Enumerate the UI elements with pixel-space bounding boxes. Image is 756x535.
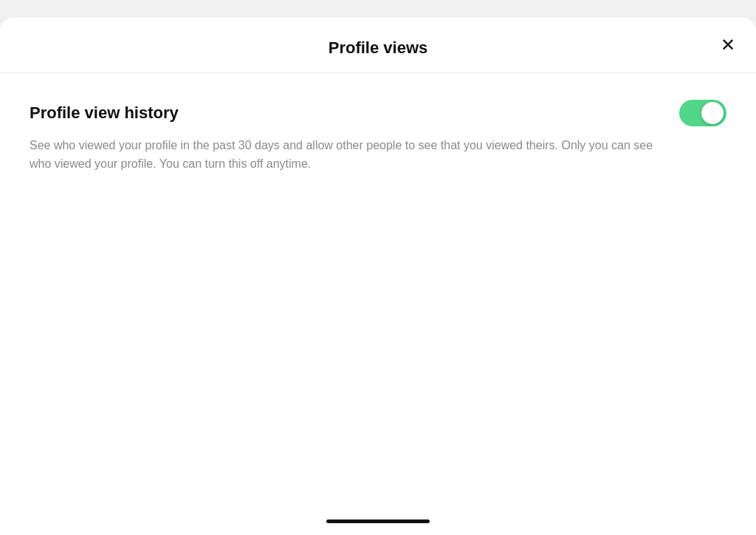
close-icon: ✕ <box>721 36 735 54</box>
setting-row: Profile view history <box>30 100 726 126</box>
modal-title: Profile views <box>329 38 428 58</box>
toggle-container <box>679 100 726 126</box>
profile-view-history-toggle[interactable] <box>679 100 726 126</box>
modal-header: Profile views ✕ <box>0 18 756 73</box>
modal-body: Profile view history See who viewed your… <box>0 73 756 519</box>
setting-description: See who viewed your profile in the past … <box>30 137 664 174</box>
close-button[interactable]: ✕ <box>718 33 738 57</box>
modal-container: Profile views ✕ Profile view history See… <box>0 18 756 535</box>
home-indicator <box>326 519 430 523</box>
toggle-knob <box>701 102 724 124</box>
setting-label: Profile view history <box>30 103 179 123</box>
